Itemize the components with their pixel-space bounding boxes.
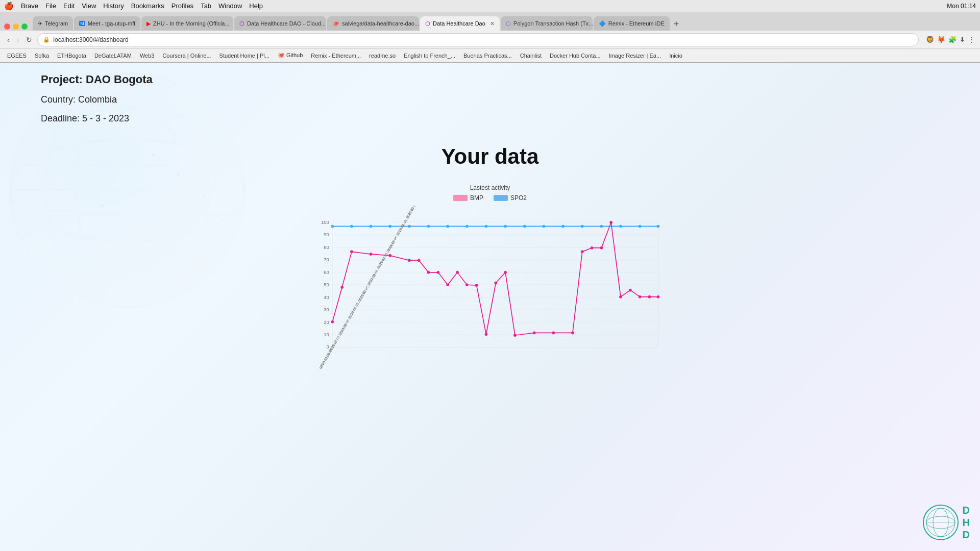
chart-legend: BMP SPO2 [296, 194, 684, 202]
svg-point-55 [657, 225, 660, 228]
bookmark-egees[interactable]: EGEES [4, 52, 30, 60]
bookmarks-bar: EGEES Sofka ETHBogota DeGateLATAM Web3 C… [0, 49, 980, 62]
dhd-text: D H D [963, 504, 970, 541]
address-bar[interactable]: 🔒 localhost:3000/#/dashboard [37, 33, 919, 46]
bookmark-sofka[interactable]: Sofka [32, 52, 52, 60]
tab-remix-label: Remix - Ethereum IDE [608, 20, 665, 27]
svg-point-82 [639, 295, 642, 298]
tab-bar: ✈ Telegram M Meet - tga-utup-mff ▶ ZHU -… [0, 12, 980, 31]
your-data-title: Your data [41, 144, 939, 169]
menu-dots-icon[interactable]: ⋮ [968, 36, 975, 43]
svg-point-79 [609, 221, 612, 224]
bookmark-remix-eth[interactable]: Remix - Ethereum... [308, 52, 364, 60]
svg-point-51 [581, 225, 584, 228]
svg-point-54 [639, 225, 642, 228]
svg-point-75 [571, 332, 574, 335]
tab-meet[interactable]: M Meet - tga-utup-mff [74, 16, 140, 31]
bookmark-student[interactable]: Student Home | Pl... [216, 52, 273, 60]
svg-point-39 [350, 225, 353, 228]
bookmark-web3[interactable]: Web3 [137, 52, 158, 60]
refresh-button[interactable]: ↻ [24, 35, 34, 45]
tab-meet-label: Meet - tga-utup-mff [88, 20, 135, 27]
nav-icons: 🦁 🦊 🧩 ⬇ ⋮ [926, 36, 975, 43]
tab-telegram-label: Telegram [45, 20, 68, 27]
tab-datahealth-label: Data Healthcare DAO - Cloud... [247, 20, 326, 27]
mac-status-right: Mon 01:14 [947, 3, 976, 10]
zhu-favicon: ▶ [146, 20, 151, 27]
bookmark-chainlist[interactable]: Chainlist [517, 52, 545, 60]
bookmark-ethbogota[interactable]: ETHBogota [54, 52, 89, 60]
chart-container: Lastest activity BMP SPO2 0 10 20 [286, 184, 694, 369]
svg-point-46 [485, 225, 488, 228]
svg-text:20: 20 [324, 319, 329, 325]
menu-profiles[interactable]: Profiles [172, 2, 193, 10]
forward-button[interactable]: › [15, 35, 21, 45]
brave-shields-icon[interactable]: 🦁 [926, 36, 934, 43]
page-content: Project: DAO Bogota Country: Colombia De… [0, 63, 980, 551]
spo2-dot [331, 225, 334, 228]
tab-telegram[interactable]: ✈ Telegram [33, 16, 73, 31]
svg-point-65 [446, 283, 449, 286]
svg-point-73 [533, 332, 536, 335]
menu-brave[interactable]: Brave [21, 2, 38, 10]
menu-tab[interactable]: Tab [201, 2, 211, 10]
window-close-btn[interactable] [4, 23, 10, 30]
svg-point-48 [523, 225, 526, 228]
tab-dao-active[interactable]: ⬡ Data Healthcare Dao ✕ [420, 16, 500, 31]
menu-view[interactable]: View [82, 2, 96, 10]
dhd-circle-icon [923, 505, 959, 540]
svg-point-81 [629, 289, 632, 292]
tab-close-icon[interactable]: ✕ [490, 20, 495, 27]
window-maximize-btn[interactable] [21, 23, 28, 30]
wallet-icon[interactable]: 🦊 [937, 36, 945, 43]
svg-point-77 [591, 246, 594, 249]
chart-svg: 0 10 20 30 40 50 60 70 80 90 100 [296, 206, 684, 369]
tab-polygon[interactable]: ⬡ Polygon Transaction Hash (Tx... [501, 16, 593, 31]
svg-point-78 [600, 246, 603, 249]
menu-bookmarks[interactable]: Bookmarks [131, 2, 164, 10]
tab-salviega-label: salviega/data-healthcare-dao... [342, 20, 419, 27]
svg-point-60 [388, 254, 391, 257]
bookmark-readme[interactable]: readme.so [366, 52, 399, 60]
nav-bar: ‹ › ↻ 🔒 localhost:3000/#/dashboard 🦁 🦊 🧩… [0, 31, 980, 49]
bookmark-buenas[interactable]: Buenas Practicas... [460, 52, 515, 60]
bookmark-degate[interactable]: DeGateLATAM [91, 52, 135, 60]
menu-edit[interactable]: Edit [63, 2, 75, 10]
back-button[interactable]: ‹ [5, 35, 12, 45]
bmp-label: BMP [470, 194, 483, 202]
new-tab-button[interactable]: + [671, 19, 682, 30]
menu-history[interactable]: History [103, 2, 124, 10]
bookmark-inicio[interactable]: Inicio [666, 52, 685, 60]
mac-time: Mon 01:14 [947, 3, 976, 10]
bookmark-github[interactable]: 🐙 Github [275, 51, 306, 60]
salviega-favicon: 🐙 [332, 20, 339, 27]
menu-file[interactable]: File [45, 2, 56, 10]
svg-point-49 [543, 225, 546, 228]
menu-help[interactable]: Help [249, 2, 263, 10]
bookmark-english-french[interactable]: English to French_... [401, 52, 458, 60]
tab-datahealth[interactable]: ⬡ Data Healthcare DAO - Cloud... [234, 16, 326, 31]
extensions-icon[interactable]: 🧩 [948, 36, 957, 43]
mac-menu-left: 🍎 Brave File Edit View History Bookmarks… [4, 2, 263, 11]
tab-zhu[interactable]: ▶ ZHU - In the Morning (Officia... [141, 16, 233, 31]
svg-point-67 [465, 283, 469, 286]
svg-text:40: 40 [324, 294, 329, 300]
bookmark-coursera[interactable]: Coursera | Online... [159, 52, 214, 60]
svg-text:90: 90 [324, 232, 329, 237]
bookmark-image-resizer[interactable]: Image Resizer | Ea... [606, 52, 665, 60]
svg-text:100: 100 [321, 219, 329, 225]
svg-point-56 [331, 320, 334, 323]
svg-point-70 [494, 282, 497, 285]
svg-point-66 [456, 271, 459, 274]
svg-text:80: 80 [324, 244, 329, 250]
bookmark-docker[interactable]: Docker Hub Conta... [547, 52, 604, 60]
tab-remix[interactable]: 🔷 Remix - Ethereum IDE [594, 16, 670, 31]
downloads-icon[interactable]: ⬇ [960, 36, 965, 43]
browser-chrome: ✈ Telegram M Meet - tga-utup-mff ▶ ZHU -… [0, 12, 980, 63]
tab-salviega[interactable]: 🐙 salviega/data-healthcare-dao... [327, 16, 419, 31]
window-minimize-btn[interactable] [13, 23, 19, 30]
svg-point-83 [648, 295, 651, 298]
legend-spo2: SPO2 [494, 194, 527, 202]
apple-icon[interactable]: 🍎 [4, 2, 14, 11]
menu-window[interactable]: Window [218, 2, 242, 10]
